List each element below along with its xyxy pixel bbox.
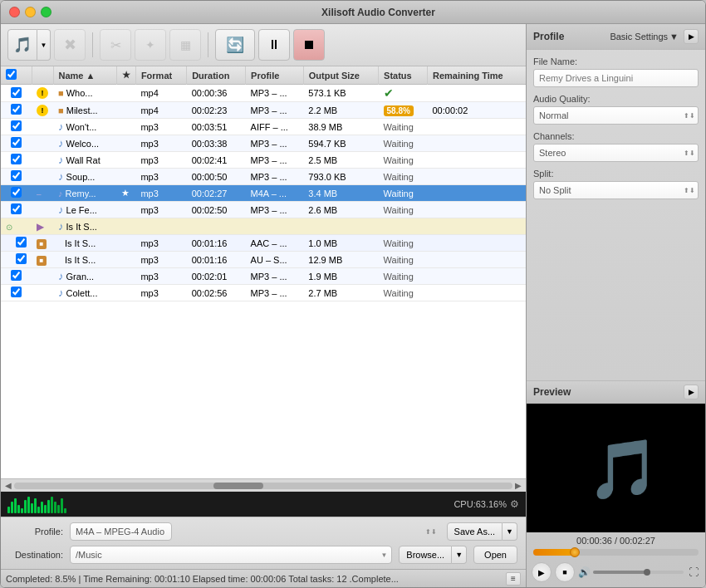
row-checkbox[interactable]: [16, 253, 27, 264]
table-row[interactable]: ♪ Le Fe... mp3 00:02:50 MP3 – ... 2.6 MB…: [1, 202, 526, 218]
col-output-size[interactable]: Output Size: [303, 66, 378, 85]
stop-icon: ⏹: [302, 37, 316, 52]
table-row[interactable]: ! ■ Who... mp4 00:00:36 MP3 – ... 573.1 …: [1, 85, 526, 102]
destination-select-wrapper: /Music: [70, 546, 392, 564]
right-panel-nav-button[interactable]: ▶: [684, 29, 699, 44]
file-list[interactable]: Name ▲ ★ Format Duration Profile Output …: [1, 66, 526, 478]
stop-player-button[interactable]: ■: [555, 562, 575, 582]
music-icon: ♪: [58, 120, 64, 133]
col-status[interactable]: Status: [379, 66, 428, 85]
horizontal-scrollbar[interactable]: ◀ ▶: [1, 478, 526, 492]
close-button[interactable]: [9, 7, 20, 17]
row-checkbox[interactable]: [11, 87, 22, 98]
convert-icon: 🔄: [226, 36, 244, 54]
table-row-selected[interactable]: – ♪ Remy... ★ mp3 00:02:27 M4A – ... 3.4…: [1, 185, 526, 202]
browse-button[interactable]: Browse... ▼: [399, 546, 467, 564]
film-button[interactable]: ▦: [169, 29, 201, 61]
row-checkbox[interactable]: [11, 137, 22, 148]
progress-bar-container[interactable]: [527, 547, 705, 557]
col-remaining[interactable]: Remaining Time: [427, 66, 526, 85]
row-checkbox[interactable]: [11, 287, 22, 297]
progress-track[interactable]: [533, 549, 699, 556]
preview-nav-button[interactable]: ▶: [684, 385, 699, 399]
col-duration[interactable]: Duration: [187, 66, 246, 85]
row-checkbox[interactable]: [11, 120, 22, 131]
destination-select[interactable]: /Music: [70, 546, 392, 564]
progress-thumb[interactable]: [570, 547, 580, 557]
open-button[interactable]: Open: [473, 546, 517, 564]
table-row[interactable]: ♪ Colett... mp3 00:02:56 MP3 – ... 2.7 M…: [1, 285, 526, 301]
separator-2: [208, 32, 208, 57]
table-row[interactable]: ♪ Welco... mp3 00:03:38 MP3 – ... 594.7 …: [1, 135, 526, 152]
row-checkbox[interactable]: [16, 237, 27, 247]
table-row[interactable]: ■ Is It S... mp3 00:01:16 AU – S... 12.9…: [1, 252, 526, 268]
table-row[interactable]: ♪ Soup... mp3 00:00:50 MP3 – ... 793.0 K…: [1, 169, 526, 185]
pause-button[interactable]: ⏸: [258, 29, 290, 61]
select-all-checkbox[interactable]: [6, 69, 17, 80]
volume-track[interactable]: [593, 571, 684, 574]
stop-button[interactable]: ⏹: [293, 29, 325, 61]
split-label: Split:: [533, 169, 699, 179]
time-display: 00:00:36 / 00:02:27: [527, 532, 705, 547]
table-row[interactable]: ♪ Won't... mp3 00:03:51 AIFF – ... 38.9 …: [1, 119, 526, 135]
volume-icon: 🔊: [578, 566, 591, 578]
basic-settings-tab[interactable]: Basic Settings ▼: [610, 32, 679, 42]
music-icon: ♪: [58, 170, 64, 183]
row-checkbox[interactable]: [11, 170, 22, 181]
profile-tab[interactable]: Profile: [533, 31, 564, 42]
channels-wrapper: Stereo: [533, 144, 699, 162]
separator-1: [92, 32, 93, 57]
effect-button[interactable]: ✦: [135, 29, 166, 61]
split-select[interactable]: No Split: [533, 181, 699, 199]
minimize-button[interactable]: [25, 7, 36, 17]
row-checkbox[interactable]: [11, 270, 22, 281]
col-profile[interactable]: Profile: [246, 66, 304, 85]
main-content: 🎵 ▼ ✖ ✂ ✦ ▦: [1, 24, 705, 587]
table-row[interactable]: ! ■ Milest... mp4 00:02:23 MP3 – ... 2.2…: [1, 102, 526, 119]
row-checkbox[interactable]: [11, 203, 22, 214]
add-dropdown-arrow[interactable]: ▼: [37, 29, 51, 61]
cut-button[interactable]: ✂: [100, 29, 131, 61]
save-as-main-button[interactable]: Save As...: [447, 522, 503, 541]
col-format[interactable]: Format: [135, 66, 186, 85]
play-button[interactable]: ▶: [532, 562, 552, 582]
scroll-left-arrow[interactable]: ◀: [2, 481, 14, 490]
scroll-thumb[interactable]: [213, 483, 263, 489]
wave-bar-2: [61, 498, 63, 513]
remove-button[interactable]: ✖: [54, 29, 86, 61]
file-name-input[interactable]: [533, 69, 699, 87]
add-files-button[interactable]: 🎵: [7, 29, 37, 61]
row-checkbox[interactable]: [11, 104, 22, 115]
settings-dropdown-icon: ▼: [669, 32, 679, 42]
profile-select[interactable]: M4A – MPEG-4 Audio: [70, 522, 172, 541]
table-row[interactable]: ♪ Gran... mp3 00:02:01 MP3 – ... 1.9 MB …: [1, 268, 526, 285]
table-row-group[interactable]: ⊙ ▶ ♪ Is It S...: [1, 218, 526, 235]
table-row[interactable]: ♪ Wall Rat mp3 00:02:41 MP3 – ... 2.5 MB…: [1, 152, 526, 169]
fullscreen-button[interactable]: ⛶: [687, 565, 700, 580]
row-checkbox[interactable]: [11, 187, 22, 198]
channels-select[interactable]: Stereo: [533, 144, 699, 162]
status-details-button[interactable]: ≡: [506, 572, 521, 586]
maximize-button[interactable]: [41, 7, 51, 17]
save-as-button[interactable]: Save As... ▼: [447, 522, 517, 541]
convert-button[interactable]: 🔄: [215, 29, 255, 61]
scroll-right-arrow[interactable]: ▶: [512, 481, 524, 490]
row-checkbox[interactable]: [11, 154, 22, 164]
audio-quality-select[interactable]: Normal: [533, 106, 699, 125]
col-name[interactable]: Name ▲: [53, 66, 116, 85]
scissors-icon: ✂: [110, 37, 121, 53]
audio-quality-wrapper: Normal: [533, 106, 699, 125]
wave-bar-2: [57, 505, 60, 513]
wave-bar: [41, 502, 43, 513]
save-as-arrow-button[interactable]: ▼: [503, 522, 517, 541]
pause-icon: ⏸: [267, 37, 281, 52]
browse-main-button[interactable]: Browse...: [399, 546, 452, 564]
volume-thumb[interactable]: [644, 569, 650, 576]
browse-arrow-button[interactable]: ▼: [452, 546, 467, 564]
right-panel: Profile Basic Settings ▼ ▶ File Name: Au…: [527, 24, 705, 587]
table-row[interactable]: ■ Is It S... mp3 00:01:16 AAC – ... 1.0 …: [1, 235, 526, 252]
wave-bar: [44, 505, 47, 513]
music-add-icon: 🎵: [13, 36, 32, 54]
scroll-track[interactable]: [14, 483, 512, 489]
settings-icon[interactable]: ⚙: [510, 498, 519, 510]
